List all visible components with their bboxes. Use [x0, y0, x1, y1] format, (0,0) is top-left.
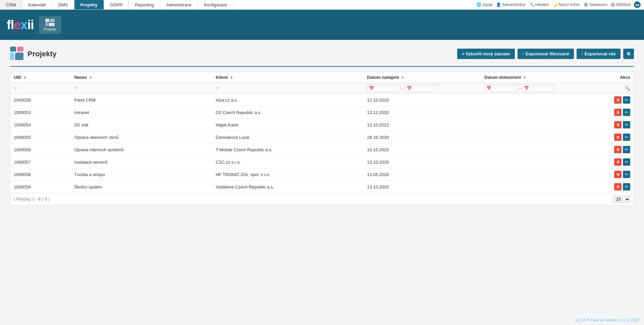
search-trigger[interactable]: 🔍 Hledání — [529, 2, 549, 7]
delete-button[interactable]: ✕ — [614, 133, 622, 141]
nav-reporting[interactable]: Reporting — [129, 0, 160, 9]
delete-button[interactable]: ✕ — [614, 96, 622, 104]
user-avatar: sa — [634, 1, 641, 8]
col-header-klient[interactable]: Klient ⇕ — [212, 72, 364, 83]
table-footer: ( Položky: 1 - 8 z 8 ) 15 25 50 100 — [10, 193, 634, 205]
col-header-dokonceni[interactable]: Datum dokončení ⇕ — [481, 72, 598, 83]
col-header-nazev[interactable]: Název ⇕ — [71, 72, 212, 83]
filter-nazev[interactable]: ▽ — [71, 83, 212, 94]
cell-akce: ✕ ✏ — [598, 181, 634, 193]
logout-button[interactable]: ⏻ Odhlásit — [611, 2, 631, 7]
page-title-icon — [10, 47, 23, 61]
projects-table: UID ⇕ Název ⇕ Klient ⇕ Datum zahájení ⇕ — [10, 72, 634, 193]
nav-administrace[interactable]: Administrace — [160, 0, 198, 9]
edit-button[interactable]: ✏ — [623, 171, 630, 178]
export-all-button[interactable]: ↑ Exportovat vše — [577, 49, 621, 59]
lang-selector[interactable]: 🌐 Jazyk — [476, 2, 493, 7]
nav-dms[interactable]: DMS — [52, 0, 74, 9]
top-navigation: CRM Kalendář DMS Projekty GDPR Reporting… — [0, 0, 644, 10]
delete-button[interactable]: ✕ — [614, 109, 622, 116]
cell-akce: ✕ ✏ — [598, 119, 634, 131]
col-header-uid[interactable]: UID ⇕ — [10, 72, 71, 83]
delete-button[interactable]: ✕ — [614, 146, 622, 153]
cell-zahajeni: 13.10.2020 — [364, 156, 481, 168]
edit-button[interactable]: ✏ — [623, 158, 630, 166]
nav-crm[interactable]: CRM — [0, 0, 22, 9]
cell-nazev: Školící systém — [71, 181, 212, 193]
edit-button[interactable]: ✏ — [623, 183, 630, 191]
nazev-sort-icon: ⇕ — [89, 76, 92, 79]
cell-dokonceni — [481, 168, 598, 181]
delete-button[interactable]: ✕ — [614, 171, 622, 178]
user-menu[interactable]: 👤 Administrátor — [496, 2, 526, 7]
filter-dokonceni[interactable]: 📅 - 📅 — [481, 83, 598, 94]
settings-link[interactable]: ⚙️ Nastavení — [583, 2, 607, 7]
nav-gdpr[interactable]: GDPR — [104, 0, 129, 9]
cell-akce: ✕ ✏ — [598, 106, 634, 119]
create-new-button[interactable]: + Vytvořit nový záznam — [457, 49, 515, 59]
nazev-filter-icon[interactable]: ▽ — [74, 86, 77, 91]
filter-uid[interactable]: ▽ — [10, 83, 71, 94]
table-settings-button[interactable]: ⚙ — [623, 49, 634, 59]
cell-dokonceni — [481, 119, 598, 131]
cell-nazev: Intranet — [71, 106, 212, 119]
search-filter-icon[interactable]: 🔍 — [625, 86, 630, 91]
projekty-module-icon[interactable]: Projekty — [39, 16, 61, 34]
items-info: ( Položky: 1 - 8 z 8 ) — [14, 197, 50, 202]
cell-zahajeni: 13.10.2020 — [364, 181, 481, 193]
svg-rect-1 — [50, 19, 55, 22]
zahajeni-date-to[interactable]: 📅 — [405, 84, 438, 92]
dokonceni-date-from[interactable]: 📅 — [484, 84, 518, 92]
nav-projekty[interactable]: Projekty — [74, 0, 104, 9]
cell-nazev: Úprava interních systémů — [71, 144, 212, 156]
edit-button[interactable]: ✏ — [623, 146, 630, 153]
filter-klient[interactable]: ▽ — [212, 83, 364, 94]
page-title: Projekty — [28, 50, 57, 58]
export-filtered-button[interactable]: ↑ Exportovat filtrované — [518, 49, 574, 59]
nav-konfigurace[interactable]: Konfigurace — [198, 0, 233, 9]
delete-button[interactable]: ✕ — [614, 183, 622, 191]
cell-uid: 1000057 — [10, 156, 71, 168]
table-row: 1000057 Instalace serverů CZC.cz s.r.o. … — [10, 156, 634, 168]
cell-nazev: 5G sítě — [71, 119, 212, 131]
uid-filter-icon[interactable]: ▽ — [14, 86, 17, 91]
nav-kalendar[interactable]: Kalendář — [22, 0, 52, 9]
table-row: 1000058 Tvorba e-shopu HP TRONIC Zlín, s… — [10, 168, 634, 181]
filter-zahajeni[interactable]: 📅 - 📅 — [364, 83, 481, 94]
cell-klient: Hájek Karel — [212, 119, 364, 131]
night-mode-toggle[interactable]: 🌙 Noční režim — [552, 2, 580, 7]
action-buttons: + Vytvořit nový záznam ↑ Exportovat filt… — [457, 49, 634, 59]
delete-button[interactable]: ✕ — [614, 121, 622, 128]
svg-rect-4 — [10, 47, 16, 52]
edit-button[interactable]: ✏ — [623, 121, 630, 128]
delete-button[interactable]: ✕ — [614, 158, 622, 166]
cell-klient: Čermáková Lucie — [212, 131, 364, 144]
cell-akce: ✕ ✏ — [598, 94, 634, 106]
cell-klient: Alza.cz a.s. — [212, 94, 364, 106]
cell-nazev: Tvorba e-shopu — [71, 168, 212, 181]
filter-search[interactable]: 🔍 — [598, 83, 634, 94]
col-header-zahajeni[interactable]: Datum zahájení ⇕ — [364, 72, 481, 83]
edit-button[interactable]: ✏ — [623, 109, 630, 116]
logo-area: flexii Projekty — [0, 10, 68, 40]
dokonceni-date-to[interactable]: 📅 — [522, 84, 555, 92]
calendar-icon-from2: 📅 — [486, 86, 491, 91]
logo[interactable]: flexii — [7, 18, 34, 32]
cell-uid: 1000039 — [10, 94, 71, 106]
cell-dokonceni — [481, 94, 598, 106]
cell-klient: HP TRONIC Zlín, spol. s r.o. — [212, 168, 364, 181]
svg-rect-5 — [17, 47, 23, 52]
app-header: flexii Projekty — [0, 10, 644, 40]
cell-nazev: Flexii CRM — [71, 94, 212, 106]
dokonceni-sort-icon: ⇕ — [523, 76, 526, 79]
klient-sort-icon: ⇕ — [230, 76, 233, 79]
svg-rect-6 — [10, 53, 14, 60]
calendar-icon-from: 📅 — [369, 86, 374, 91]
zahajeni-date-from[interactable]: 📅 — [367, 84, 400, 92]
edit-button[interactable]: ✏ — [623, 96, 630, 104]
page-size-select[interactable]: 15 25 50 100 — [613, 196, 630, 203]
klient-filter-icon[interactable]: ▽ — [216, 86, 219, 91]
edit-button[interactable]: ✏ — [623, 133, 630, 141]
cell-akce: ✕ ✏ — [598, 131, 634, 144]
cell-zahajeni: 13.10.2022 — [364, 119, 481, 131]
